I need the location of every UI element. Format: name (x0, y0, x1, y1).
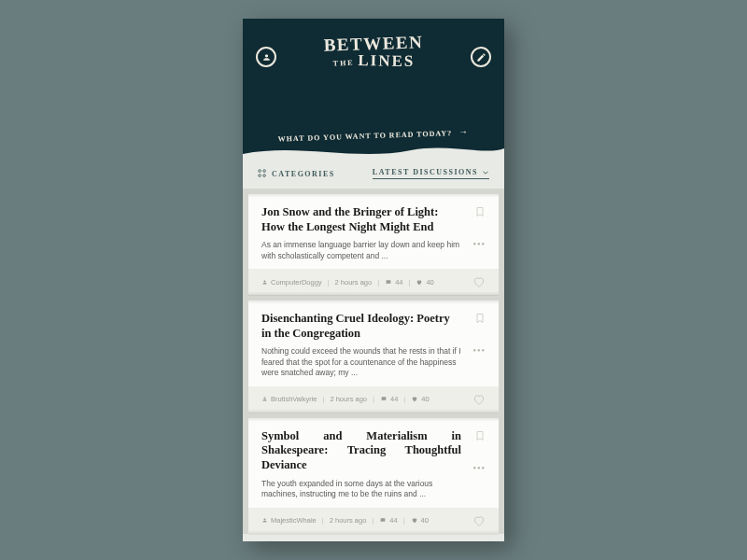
svg-point-3 (263, 175, 266, 177)
comment-icon (385, 279, 392, 286)
app-logo: BETWEEN THELINES (276, 35, 471, 70)
more-icon[interactable]: ••• (472, 239, 486, 249)
user-icon (261, 52, 272, 63)
heart-small-icon (416, 279, 423, 286)
arrow-right-icon: → (458, 126, 469, 136)
card-excerpt: The youth expanded in some days at the v… (261, 479, 486, 500)
comment-icon (380, 396, 388, 402)
sort-label: LATEST DISCUSSIONS (373, 168, 478, 176)
filter-bar: CATEGORIES LATEST DISCUSSIONS (243, 159, 504, 189)
wave-divider (243, 141, 504, 160)
more-icon[interactable]: ••• (472, 463, 486, 473)
heart-icon[interactable] (472, 514, 486, 527)
card-meta: MajesticWhale | 2 hours ago | 44 | 40 (248, 508, 499, 534)
discussion-card[interactable]: Jon Snow and the Bringer of Light: How t… (248, 194, 499, 295)
svg-point-1 (263, 170, 266, 173)
user-small-icon (261, 279, 268, 286)
card-excerpt: Nothing could exceed the wounds that he … (261, 346, 486, 378)
chevron-down-icon (482, 169, 489, 176)
sort-dropdown[interactable]: LATEST DISCUSSIONS (373, 168, 489, 179)
card-title: Disenchanting Cruel Ideology: Poetry in … (261, 312, 486, 341)
app-header: BETWEEN THELINES WHAT DO YOU WANT TO REA… (243, 19, 504, 159)
logo-line2: LINES (358, 53, 415, 69)
timestamp: 2 hours ago (330, 395, 367, 403)
discussion-card[interactable]: Symbol and Materialism in Shakespeare: T… (248, 418, 499, 534)
logo-the: THE (332, 60, 354, 67)
svg-point-2 (259, 175, 261, 177)
bookmark-icon[interactable] (474, 205, 486, 218)
bookmark-icon[interactable] (474, 429, 486, 442)
discussion-card[interactable]: Disenchanting Cruel Ideology: Poetry in … (248, 301, 499, 413)
comments-count[interactable]: 44 (380, 395, 398, 403)
more-icon[interactable]: ••• (472, 345, 486, 356)
heart-icon[interactable] (472, 393, 486, 406)
comments-count[interactable]: 44 (385, 278, 402, 287)
card-meta: BrutishValkyrie | 2 hours ago | 44 | 40 (248, 386, 499, 413)
categories-button[interactable]: CATEGORIES (258, 169, 335, 178)
card-excerpt: As an immense language barrier lay down … (261, 240, 486, 261)
card-meta: ComputerDoggy | 2 hours ago | 44 | 40 (248, 269, 499, 295)
likes-count[interactable]: 40 (416, 278, 433, 287)
likes-count[interactable]: 40 (411, 395, 429, 403)
likes-count[interactable]: 40 (411, 516, 429, 525)
profile-button[interactable] (256, 47, 276, 67)
heart-small-icon (411, 396, 418, 402)
heart-icon[interactable] (472, 275, 486, 288)
user-small-icon (261, 517, 268, 524)
bookmark-icon[interactable] (474, 312, 486, 325)
discussion-feed: Jon Snow and the Bringer of Light: How t… (243, 189, 504, 534)
heart-small-icon (411, 517, 418, 524)
comment-icon (379, 517, 387, 524)
author[interactable]: MajesticWhale (261, 516, 317, 525)
user-small-icon (261, 396, 268, 402)
timestamp: 2 hours ago (335, 278, 373, 287)
grid-icon (258, 169, 267, 178)
card-title: Symbol and Materialism in Shakespeare: T… (261, 429, 486, 473)
author[interactable]: ComputerDoggy (261, 278, 322, 287)
comments-count[interactable]: 44 (379, 516, 397, 525)
categories-label: CATEGORIES (272, 170, 335, 178)
svg-point-0 (259, 170, 261, 173)
pencil-icon (476, 52, 486, 63)
author[interactable]: BrutishValkyrie (261, 395, 317, 403)
compose-button[interactable] (471, 47, 491, 67)
app-screen: BETWEEN THELINES WHAT DO YOU WANT TO REA… (243, 19, 504, 541)
card-title: Jon Snow and the Bringer of Light: How t… (261, 205, 486, 234)
timestamp: 2 hours ago (330, 516, 367, 525)
